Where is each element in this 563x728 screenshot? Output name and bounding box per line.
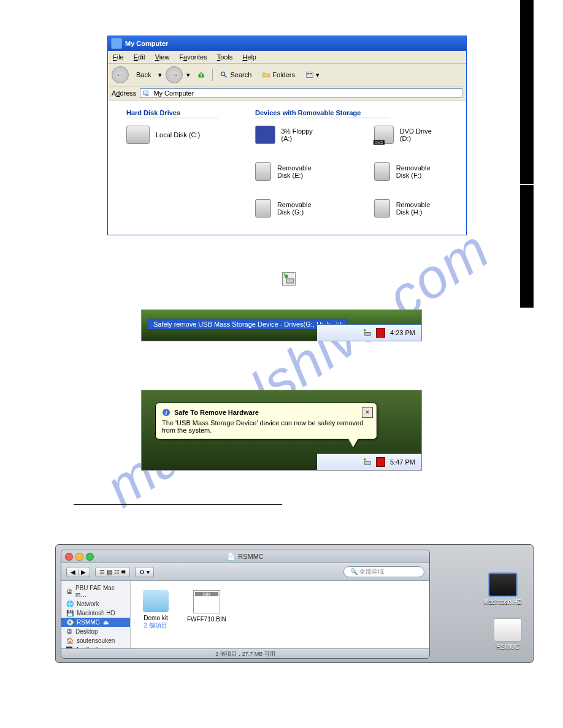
mac-view-mode[interactable]: ☰ ▤ ☷ ≣ — [95, 567, 130, 577]
section-removable-storage: Devices with Removable Storage — [255, 109, 390, 118]
svg-rect-8 — [286, 279, 294, 283]
window-titlebar[interactable]: My Computer — [108, 36, 466, 51]
side-black-bar — [520, 0, 534, 184]
balloon-title: Safe To Remove Hardware — [174, 409, 259, 416]
desktop-volume-rsmmc[interactable]: RSMMC — [494, 618, 522, 650]
desktop-macintosh-hd[interactable]: Macintosh HD — [483, 572, 522, 605]
mac-action-menu[interactable]: ⚙ ▾ — [135, 567, 154, 577]
address-bar: Address My Computer — [108, 86, 466, 100]
mac-toolbar: ◀ ▶ ☰ ▤ ☷ ≣ ⚙ ▾ 🔍 全部區域 — [61, 563, 429, 581]
system-tray: 4:23 PM — [317, 324, 421, 341]
back-button-icon[interactable]: ← — [112, 66, 129, 83]
svg-point-10 — [364, 329, 366, 332]
sidebar-item[interactable]: 🖥 Desktop — [61, 627, 130, 636]
svg-rect-2 — [307, 72, 313, 78]
security-shield-icon[interactable] — [376, 457, 385, 467]
up-button[interactable] — [194, 70, 209, 80]
mac-search-field[interactable]: 🔍 全部區域 — [343, 566, 424, 577]
search-button[interactable]: Search — [216, 70, 255, 80]
finder-folder-item[interactable]: Demo kit 2 個項目 — [143, 590, 169, 630]
address-field[interactable]: My Computer — [140, 88, 462, 98]
taskbar-screenshot-1: Safely remove USB Mass Storage Device - … — [141, 309, 422, 341]
removable-disk-icon — [494, 618, 522, 642]
safely-remove-hardware-icon[interactable] — [363, 458, 371, 466]
side-black-bar — [520, 185, 534, 308]
menu-view[interactable]: View — [155, 53, 170, 61]
sidebar-item[interactable]: 🖥 PBU FAE Mac m… — [61, 583, 130, 599]
content-area: Hard Disk Drives Local Disk (C:) Devices… — [108, 100, 466, 235]
hard-disk-icon — [126, 126, 150, 144]
address-value: My Computer — [153, 89, 194, 97]
drive-floppy-a[interactable]: 3½ Floppy (A:) — [255, 126, 319, 144]
menu-bar: File Edit View Favorites Tools Help — [108, 51, 466, 64]
dvd-drive-icon — [374, 126, 394, 144]
mac-content-area: Demo kit 2 個項目 FWFF710.BIN — [131, 581, 429, 648]
svg-point-14 — [364, 458, 366, 461]
safe-to-remove-balloon: × i Safe To Remove Hardware The 'USB Mas… — [155, 403, 377, 439]
drive-local-c[interactable]: Local Disk (C:) — [126, 126, 218, 144]
svg-rect-6 — [145, 95, 148, 96]
mac-window-titlebar[interactable]: 📄 RSMMC — [61, 550, 429, 563]
sidebar-item-selected[interactable]: 💽 RSMMC ⏏ — [61, 618, 130, 627]
sidebar-item[interactable]: 💾 Macintosh HD — [61, 609, 130, 618]
drive-removable-g[interactable]: Removable Disk (G:) — [255, 199, 319, 218]
mac-sidebar: 🖥 PBU FAE Mac m… 🌐 Network 💾 Macintosh H… — [61, 581, 131, 648]
forward-button-icon[interactable]: → — [166, 66, 183, 83]
svg-rect-3 — [307, 73, 309, 74]
menu-favorites[interactable]: Favorites — [179, 53, 207, 61]
forward-dropdown[interactable]: ▾ — [186, 71, 190, 79]
mac-window-title: RSMMC — [238, 553, 264, 560]
imac-icon — [488, 572, 518, 597]
underline-separator — [74, 504, 282, 505]
floppy-icon — [255, 126, 275, 144]
mac-desktop-screenshot: 📄 RSMMC ◀ ▶ ☰ ▤ ☷ ≣ ⚙ ▾ 🔍 全部區域 🖥 PBU FAE… — [55, 544, 534, 663]
drive-removable-h[interactable]: Removable Disk (H:) — [374, 199, 438, 218]
finder-file-item[interactable]: FWFF710.BIN — [187, 590, 226, 623]
svg-line-1 — [224, 75, 227, 78]
drive-removable-f[interactable]: Removable Disk (F:) — [374, 162, 438, 181]
back-dropdown[interactable]: ▾ — [158, 71, 162, 79]
menu-edit[interactable]: Edit — [134, 53, 145, 61]
removable-disk-icon — [255, 162, 271, 181]
window-title: My Computer — [125, 40, 168, 47]
folders-button[interactable]: Folders — [259, 70, 299, 80]
removable-disk-icon — [374, 162, 390, 181]
svg-text:i: i — [166, 409, 167, 416]
svg-rect-9 — [365, 333, 370, 336]
mac-minimize-button[interactable] — [75, 553, 83, 561]
safely-remove-hardware-icon[interactable] — [363, 328, 371, 337]
sidebar-item[interactable]: 🏠 soutensouken — [61, 636, 130, 645]
drive-removable-e[interactable]: Removable Disk (E:) — [255, 162, 319, 181]
sidebar-item[interactable]: 🌐 Network — [61, 599, 130, 609]
security-shield-icon[interactable] — [376, 328, 385, 338]
my-computer-icon — [143, 89, 150, 97]
back-button[interactable]: Back — [132, 70, 155, 80]
section-hard-disk-drives: Hard Disk Drives — [126, 109, 218, 118]
svg-point-0 — [221, 72, 225, 76]
my-computer-icon — [112, 39, 121, 48]
svg-rect-5 — [144, 91, 148, 94]
menu-tools[interactable]: Tools — [217, 53, 233, 61]
svg-rect-4 — [310, 73, 312, 74]
info-icon: i — [162, 408, 170, 417]
balloon-close-button[interactable]: × — [362, 407, 373, 418]
mac-status-bar: 2 個項目，27.7 MB 可用 — [61, 648, 429, 659]
menu-help[interactable]: Help — [242, 53, 256, 61]
tray-time: 5:47 PM — [390, 458, 415, 466]
sidebar-item[interactable]: 🅰 Applications — [61, 645, 130, 648]
views-button[interactable]: ▾ — [302, 70, 323, 80]
mac-zoom-button[interactable] — [86, 553, 94, 561]
taskbar-screenshot-2: × i Safe To Remove Hardware The 'USB Mas… — [141, 390, 422, 471]
tray-time: 4:23 PM — [390, 329, 415, 336]
mac-close-button[interactable] — [65, 553, 73, 561]
mac-finder-window: 📄 RSMMC ◀ ▶ ☰ ▤ ☷ ≣ ⚙ ▾ 🔍 全部區域 🖥 PBU FAE… — [61, 550, 430, 659]
address-label: Address — [112, 89, 136, 97]
folder-icon — [143, 590, 169, 612]
mac-back-forward[interactable]: ◀ ▶ — [66, 567, 90, 577]
drive-dvd-d[interactable]: DVD Drive (D:) — [374, 126, 438, 144]
bin-file-icon — [193, 590, 220, 613]
system-tray: 5:47 PM — [317, 453, 421, 470]
menu-file[interactable]: File — [113, 53, 124, 61]
balloon-body: The 'USB Mass Storage Device' device can… — [162, 419, 370, 434]
xp-my-computer-window: My Computer File Edit View Favorites Too… — [107, 36, 467, 235]
